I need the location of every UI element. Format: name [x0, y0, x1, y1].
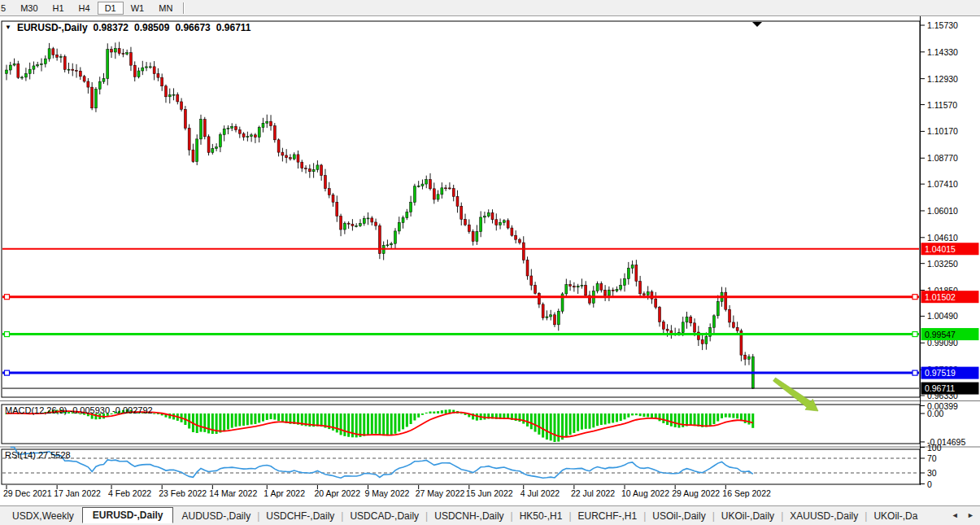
price-tick-label: 1.11570 — [927, 100, 957, 110]
date-tick-label: 23 Feb 2022 — [159, 488, 207, 498]
timeframe-toolbar: 5M30H1H4D1W1MN — [0, 0, 980, 16]
tab-separator: | — [341, 510, 343, 522]
chart-tab-eurusd-daily[interactable]: EURUSD-,Daily — [82, 507, 174, 523]
macd-tick-label: 0.00 — [927, 409, 944, 418]
date-tick-label: 20 Apr 2022 — [314, 488, 360, 498]
chart-tab-usoil-daily[interactable]: USOil-,Daily — [648, 509, 709, 523]
timeframe-button-d1[interactable]: D1 — [98, 2, 124, 15]
ohlc-low: 0.96673 — [175, 22, 210, 33]
date-tick-label: 4 Jul 2022 — [520, 488, 560, 498]
chart-tab-hk50-h1[interactable]: HK50-,H1 — [516, 509, 567, 523]
ohlc-high: 0.98509 — [134, 22, 169, 33]
tab-scroll-arrows: ◄ ► — [952, 511, 978, 519]
price-badge-label: 1.04015 — [925, 244, 956, 254]
price-badge-label: 0.97519 — [925, 368, 956, 378]
level-marker-left[interactable] — [5, 332, 10, 337]
date-tick-label: 15 Jun 2022 — [466, 488, 513, 498]
tab-separator: | — [643, 510, 646, 522]
level-marker-left[interactable] — [5, 370, 10, 375]
symbol-tabbar: USDX,WeeklyEURUSD-,DailyAUDUSD-,Daily|US… — [0, 505, 980, 525]
ohlc-open: 0.98372 — [94, 22, 128, 33]
ohlc-close: 0.96711 — [216, 22, 251, 33]
tab-separator: | — [511, 510, 513, 522]
rsi-pane — [2, 449, 920, 484]
chart-symbol-label: EURUSD-,Daily — [17, 22, 88, 33]
chart-title: ▼ EURUSD-,Daily 0.98372 0.98509 0.96673 … — [5, 22, 251, 33]
chart-tab-ukoil-da[interactable]: UKOil-,Da — [869, 509, 921, 523]
price-tick-label: 1.08770 — [927, 153, 958, 163]
tab-separator: | — [257, 510, 259, 522]
date-tick-label: 27 May 2022 — [416, 488, 465, 498]
toolbar-separator — [183, 2, 185, 14]
price-tick-label: 1.07410 — [927, 179, 958, 189]
rsi-tick-label: 0 — [927, 479, 932, 489]
tab-separator: | — [781, 510, 783, 522]
rsi-tick-label: 100 — [927, 443, 942, 453]
tab-separator: | — [568, 510, 571, 522]
chevron-down-icon[interactable]: ▼ — [5, 24, 11, 31]
level-marker-right[interactable] — [912, 370, 917, 375]
price-badge-label: 0.99547 — [925, 330, 956, 339]
price-tick-label: 1.10170 — [927, 126, 958, 136]
date-tick-label: 10 Aug 2022 — [621, 488, 669, 498]
chart-tab-eurchf-h1[interactable]: EURCHF-,H1 — [574, 509, 642, 523]
level-marker-right[interactable] — [912, 295, 917, 300]
chart-tab-usdcad-daily[interactable]: USDCAD-,Daily — [346, 509, 423, 523]
macd-indicator-label: MACD(12,26,9) -0.005930 -0.002792 — [5, 405, 153, 415]
chart-tab-usdx-weekly[interactable]: USDX,Weekly — [8, 509, 78, 523]
price-tick-label: 1.15730 — [927, 20, 958, 30]
timeframe-button-5[interactable]: 5 — [0, 2, 13, 15]
tab-separator: | — [712, 510, 715, 522]
chart-tab-usdchf-daily[interactable]: USDCHF-,Daily — [262, 509, 338, 523]
timeframe-button-h4[interactable]: H4 — [72, 2, 98, 15]
price-badge-label: 0.96711 — [925, 383, 955, 393]
price-tick-label: 1.06010 — [927, 206, 958, 216]
date-tick-label: 29 Dec 2021 — [3, 488, 52, 498]
chart-tab-usdcnh-daily[interactable]: USDCNH-,Daily — [430, 509, 507, 523]
price-tick-label: 1.14330 — [927, 47, 958, 57]
tab-separator: | — [865, 510, 867, 522]
price-tick-label: 1.12930 — [927, 74, 958, 84]
level-marker-right[interactable] — [912, 332, 917, 337]
price-tick-label: 1.00490 — [927, 311, 958, 321]
chart-tab-audusd-daily[interactable]: AUDUSD-,Daily — [177, 509, 255, 523]
date-tick-label: 17 Jan 2022 — [54, 488, 101, 498]
tab-scroll-right-icon[interactable]: ► — [967, 511, 978, 519]
mt4-window: 1.157301.143301.129301.115701.101701.087… — [0, 0, 980, 525]
chart-tab-ukoil-daily[interactable]: UKOil-,Daily — [717, 509, 778, 523]
date-tick-label: 1 Apr 2022 — [264, 488, 305, 498]
rsi-tick-label: 70 — [927, 453, 937, 463]
price-badge-label: 1.01502 — [925, 292, 956, 302]
rsi-indicator-label: RSI(14) 27.5528 — [5, 450, 71, 460]
timeframe-button-m30[interactable]: M30 — [13, 2, 45, 15]
date-tick-label: 29 Aug 2022 — [672, 488, 720, 498]
tab-scroll-left-icon[interactable]: ◄ — [952, 511, 962, 519]
timeframe-button-h1[interactable]: H1 — [46, 2, 72, 15]
date-tick-label: 22 Jul 2022 — [571, 488, 615, 498]
chart-canvas[interactable]: 1.157301.143301.129301.115701.101701.087… — [0, 0, 980, 525]
timeframe-button-w1[interactable]: W1 — [124, 2, 152, 15]
date-tick-label: 9 May 2022 — [365, 488, 410, 498]
date-tick-label: 14 Mar 2022 — [209, 488, 257, 498]
timeframe-button-mn[interactable]: MN — [151, 2, 180, 15]
chart-tab-xauusd-daily[interactable]: XAUUSD-,Daily — [786, 509, 862, 523]
price-tick-label: 1.03250 — [927, 259, 958, 269]
price-tick-label: 1.04610 — [927, 233, 958, 243]
date-tick-label: 4 Feb 2022 — [108, 488, 151, 498]
tab-separator: | — [425, 510, 428, 522]
date-tick-label: 16 Sep 2022 — [722, 488, 771, 498]
rsi-tick-label: 30 — [927, 468, 937, 478]
level-marker-left[interactable] — [5, 295, 10, 300]
